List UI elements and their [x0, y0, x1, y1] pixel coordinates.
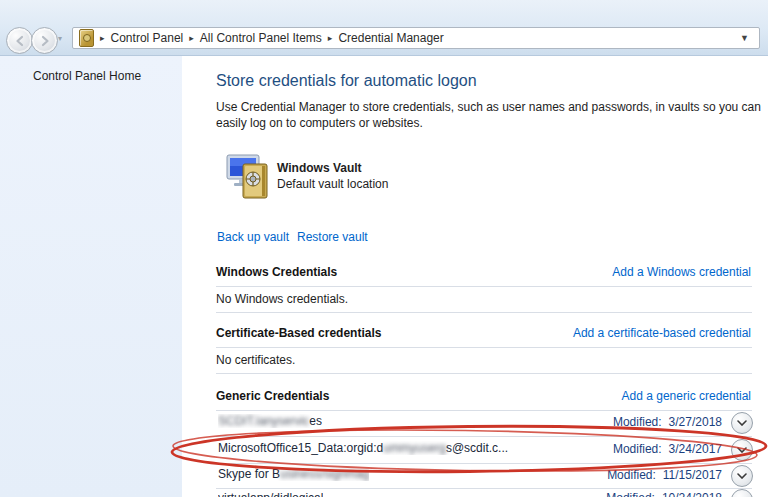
credential-manager-icon — [79, 29, 94, 47]
credential-row-name: Skype for Business/signmag — [218, 467, 369, 481]
divider — [216, 436, 752, 437]
breadcrumb-all-control-panel-items[interactable]: All Control Panel Items — [196, 31, 326, 45]
add-generic-credential-link[interactable]: Add a generic credential — [622, 389, 751, 403]
chevron-down-icon — [737, 420, 747, 426]
section-title-generic-credentials: Generic Credentials — [216, 389, 329, 403]
divider — [216, 463, 752, 464]
credential-row-name-microsoft-office: MicrosoftOffice15_Data:orgid:dummyusergs… — [218, 441, 508, 455]
divider — [216, 347, 752, 348]
credential-row-name: virtualapp/didlogical — [218, 491, 323, 497]
chevron-down-icon — [737, 473, 747, 479]
expand-credential-button[interactable] — [731, 412, 753, 434]
modified-date: Modified:11/15/2017 — [607, 468, 722, 482]
credential-name-text: virtualapp/didlogical — [218, 491, 323, 497]
redacted-text: ummyuserg — [383, 441, 446, 455]
breadcrumb-control-panel[interactable]: Control Panel — [107, 31, 188, 45]
vault-subtitle: Default vault location — [277, 177, 388, 191]
divider — [216, 488, 752, 489]
credential-row-name: SCDIT.lanyservices — [218, 414, 322, 428]
credential-manager-window: ▾ ▸ Control Panel ▸ All Control Panel It… — [0, 0, 768, 497]
vault-name: Windows Vault — [277, 161, 362, 175]
no-windows-credentials-text: No Windows credentials. — [216, 292, 348, 306]
breadcrumb-chevron-icon[interactable]: ▸ — [326, 33, 335, 43]
credential-name-text: es — [309, 414, 322, 428]
back-button[interactable] — [6, 27, 33, 54]
section-title-certificate-credentials: Certificate-Based credentials — [216, 326, 381, 340]
credential-name-text: s@scdit.c... — [446, 441, 508, 455]
breadcrumb-credential-manager[interactable]: Credential Manager — [334, 31, 447, 45]
add-certificate-credential-link[interactable]: Add a certificate-based credential — [573, 326, 751, 340]
divider — [216, 410, 752, 411]
restore-vault-link[interactable]: Restore vault — [297, 230, 368, 244]
redacted-text: DIT.lanyservic — [235, 414, 310, 428]
divider — [216, 286, 752, 287]
page-title: Store credentials for automatic logon — [216, 72, 477, 90]
back-up-vault-link[interactable]: Back up vault — [217, 230, 289, 244]
modified-date: Modified:3/27/2018 — [613, 415, 722, 429]
redacted-text: SC — [218, 414, 235, 428]
divider — [216, 312, 752, 313]
section-title-windows-credentials: Windows Credentials — [216, 265, 337, 279]
expand-credential-button[interactable] — [731, 465, 753, 487]
forward-button[interactable] — [31, 27, 58, 54]
breadcrumb-chevron-icon[interactable]: ▸ — [98, 33, 107, 43]
back-arrow-icon — [14, 35, 26, 47]
sidebar: Control Panel Home — [0, 56, 182, 497]
recent-pages-dropdown-icon[interactable]: ▾ — [58, 34, 62, 43]
divider — [216, 373, 752, 374]
credential-name-text: Skype for B — [218, 467, 280, 481]
address-dropdown-button[interactable]: ▼ — [736, 33, 753, 43]
address-bar[interactable]: ▸ Control Panel ▸ All Control Panel Item… — [72, 27, 760, 49]
forward-arrow-icon — [39, 35, 51, 47]
modified-date: Modified:10/24/2018 — [606, 491, 722, 497]
credential-name-text: MicrosoftOffice15_Data:orgid:d — [218, 441, 383, 455]
expand-credential-button[interactable] — [731, 439, 753, 461]
modified-date: Modified:3/24/2017 — [613, 442, 722, 456]
redacted-text: usiness/signmag — [280, 467, 369, 481]
no-certificates-text: No certificates. — [216, 353, 295, 367]
sidebar-item-control-panel-home[interactable]: Control Panel Home — [33, 69, 141, 83]
add-windows-credential-link[interactable]: Add a Windows credential — [612, 265, 751, 279]
breadcrumb-chevron-icon[interactable]: ▸ — [187, 33, 196, 43]
page-description: Use Credential Manager to store credenti… — [216, 99, 764, 131]
windows-vault-icon — [226, 152, 274, 202]
chevron-down-icon — [737, 447, 747, 453]
